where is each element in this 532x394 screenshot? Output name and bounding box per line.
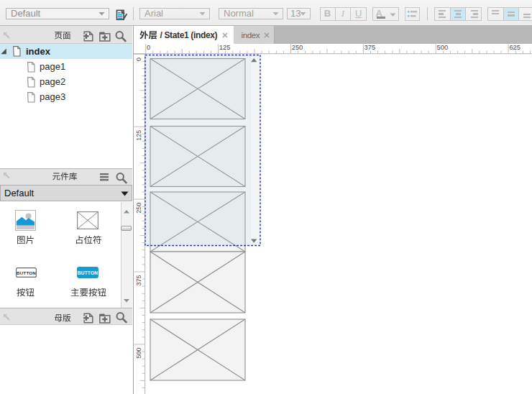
svg-text:BUTTON: BUTTON (78, 270, 98, 275)
svg-text:BUTTON: BUTTON (17, 270, 36, 275)
svg-text:125: 125 (219, 44, 230, 51)
svg-text:0: 0 (135, 58, 142, 61)
svg-text:500: 500 (436, 44, 448, 51)
svg-text:0: 0 (146, 44, 150, 51)
svg-text:500: 500 (135, 348, 142, 359)
svg-text:250: 250 (291, 44, 303, 51)
svg-text:125: 125 (135, 130, 142, 141)
svg-text:375: 375 (364, 44, 375, 51)
svg-text:250: 250 (135, 203, 142, 214)
svg-text:625: 625 (509, 44, 520, 51)
svg-text:375: 375 (135, 275, 142, 286)
